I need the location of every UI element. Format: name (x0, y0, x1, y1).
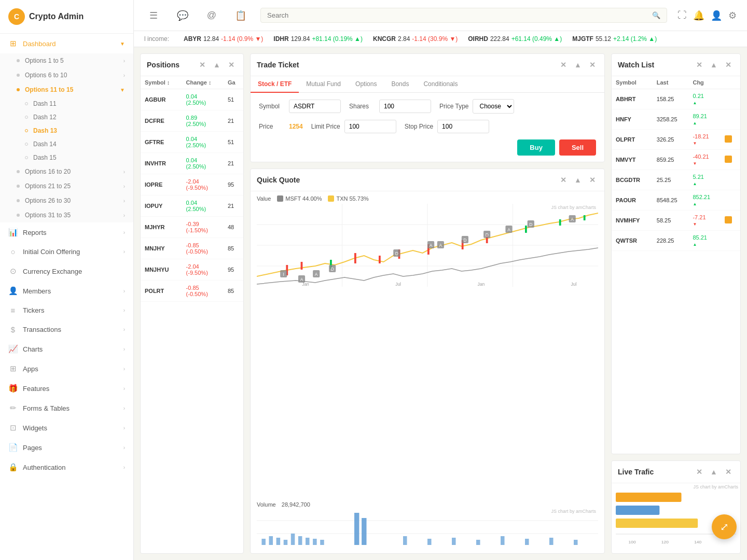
sidebar-sub-options-26-30[interactable]: Options 26 to 30 › (0, 193, 133, 208)
buy-button[interactable]: Buy (517, 139, 555, 156)
tab-bonds[interactable]: Bonds (384, 76, 416, 93)
svg-rect-64 (476, 540, 480, 545)
positions-up-icon[interactable]: ▲ (211, 59, 223, 71)
sidebar-item-members[interactable]: 👤 Members › (0, 281, 133, 301)
sidebar-item-pages[interactable]: 📄 Pages › (0, 438, 133, 457)
svg-rect-1 (328, 195, 334, 202)
sidebar-sub-options-6-10[interactable]: Options 6 to 10 › (0, 68, 133, 82)
sidebar-item-reports[interactable]: 📊 Reports › (0, 222, 133, 242)
tab-options[interactable]: Options (348, 76, 384, 93)
quote-collapse-icon[interactable]: ✕ (587, 174, 598, 186)
live-traffic-title: Live Trafic (618, 468, 694, 476)
lt-up-icon[interactable]: ▲ (708, 466, 720, 478)
svg-rect-9 (301, 262, 303, 270)
wl-chg: 0.21▲ (688, 89, 721, 109)
sidebar-item-charts[interactable]: 📈 Charts › (0, 339, 133, 359)
sidebar-item-dashboard[interactable]: ⊞ Dashboard ▼ (0, 34, 133, 53)
search-bar[interactable]: 🔍 (260, 8, 667, 23)
quote-close-icon[interactable]: ✕ (558, 174, 569, 186)
sidebar-item-features[interactable]: 🎁 Features › (0, 379, 133, 398)
symbol-input[interactable] (289, 100, 341, 113)
sidebar-sub-dash13[interactable]: Dash 13 (0, 124, 133, 137)
svg-rect-54 (291, 534, 295, 545)
volume-value: 28,942,700 (282, 501, 310, 508)
transactions-icon: $ (8, 325, 18, 334)
sidebar-item-tickers[interactable]: ≡ Tickers › (0, 301, 133, 320)
sidebar-sub-options-31-35[interactable]: Options 31 to 35 › (0, 208, 133, 222)
col-ga: Ga (224, 76, 243, 89)
quote-up-icon[interactable]: ▲ (572, 174, 584, 186)
list-item: PAOUR 8548.25 852.21▲ (612, 190, 740, 211)
trade-collapse-icon[interactable]: ✕ (587, 59, 598, 71)
sidebar-sub-options-16-20[interactable]: Options 16 to 20 › (0, 164, 133, 179)
sell-button[interactable]: Sell (559, 139, 596, 156)
positions-panel: Positions ✕ ▲ ✕ Symbol ↕ Change ↕ Ga (140, 53, 244, 554)
positions-close-icon[interactable]: ✕ (197, 59, 208, 71)
sidebar-sub-options-1-5[interactable]: Options 1 to 5 › (0, 53, 133, 68)
sidebar-sub-options-21-25[interactable]: Options 21 to 25 › (0, 179, 133, 193)
lt-close-icon[interactable]: ✕ (694, 466, 705, 478)
svg-text:A: A (315, 272, 318, 277)
at-button[interactable]: @ (202, 6, 221, 25)
ticker-label: l income: (144, 35, 169, 43)
wl-chg: 85.21▲ (688, 231, 721, 251)
col-change: Change ↕ (182, 76, 224, 89)
chat-button[interactable]: 💬 (173, 6, 192, 25)
wl-symbol: OLPRT (612, 130, 653, 150)
wl-chg: 852.21▲ (688, 190, 721, 211)
sidebar-item-apps[interactable]: ⊞ Apps › (0, 359, 133, 379)
wl-up-icon[interactable]: ▲ (708, 59, 720, 71)
fab-button[interactable]: ⤢ (712, 514, 737, 539)
wl-action (721, 150, 740, 170)
sidebar-item-forms[interactable]: ✏ Forms & Tables › (0, 398, 133, 418)
sidebar-sub-dash11[interactable]: Dash 11 (0, 97, 133, 110)
sidebar-sub-dash12[interactable]: Dash 12 (0, 110, 133, 124)
sidebar-sub-options-11-15[interactable]: Options 11 to 15 ▼ (0, 82, 133, 97)
sidebar-item-widgets[interactable]: ⊡ Widgets › (0, 418, 133, 438)
sidebar-sub-dash15[interactable]: Dash 15 (0, 151, 133, 164)
positions-collapse-icon[interactable]: ✕ (226, 59, 237, 71)
sidebar-sub-dash14[interactable]: Dash 14 (0, 137, 133, 151)
header-right-icons: ⛶ 🔔 👤 ⚙ (677, 10, 737, 21)
limit-price-input[interactable] (344, 120, 396, 133)
pos-ga: 95 (224, 259, 243, 281)
menu-button[interactable]: ☰ (144, 6, 163, 25)
sidebar-item-transactions[interactable]: $ Transactions › (0, 320, 133, 339)
user-icon[interactable]: 👤 (711, 10, 722, 21)
positions-header: Positions ✕ ▲ ✕ (141, 54, 243, 76)
svg-rect-63 (452, 538, 456, 545)
sidebar-item-ico[interactable]: ○ Initial Coin Offering › (0, 242, 133, 261)
wl-chg: -40.21▼ (688, 150, 721, 170)
notifications-icon[interactable]: 🔔 (693, 10, 704, 21)
sidebar-item-auth[interactable]: 🔒 Authentication › (0, 457, 133, 477)
wl-collapse-icon[interactable]: ✕ (723, 59, 734, 71)
search-input[interactable] (267, 11, 648, 19)
volume-chart: JS chart by amCharts (257, 508, 598, 549)
clipboard-button[interactable]: 📋 (231, 6, 250, 25)
symbol-field: Symbol (259, 100, 341, 113)
lt-collapse-icon[interactable]: ✕ (723, 466, 734, 478)
wl-close-icon[interactable]: ✕ (694, 59, 705, 71)
tab-stock-etf[interactable]: Stock / ETF (251, 76, 299, 93)
svg-rect-67 (549, 538, 554, 545)
trade-close-icon[interactable]: ✕ (558, 59, 569, 71)
watchlist-panel: Watch List ✕ ▲ ✕ Symbol Last Chg (611, 53, 741, 454)
wl-action (721, 170, 740, 190)
stop-price-input[interactable] (437, 120, 489, 133)
price-chart-svg: I A A D D A A (257, 204, 598, 287)
price-type-select[interactable]: Choose Market Limit Stop (473, 99, 514, 114)
wl-last: 8548.25 (653, 190, 689, 211)
shares-input[interactable] (379, 100, 431, 113)
sidebar-item-currency[interactable]: ⊙ Currency Exchange (0, 261, 133, 281)
forms-icon: ✏ (8, 403, 18, 413)
tab-mutual-fund[interactable]: Mutual Fund (299, 76, 348, 93)
trade-ticket-panel: Trade Ticket ✕ ▲ ✕ Stock / ETF Mutual Fu… (250, 53, 605, 162)
svg-rect-56 (306, 538, 310, 545)
trade-up-icon[interactable]: ▲ (572, 59, 584, 71)
pos-change: 0.04(2.50%) (182, 132, 224, 153)
chart-attribution: JS chart by amCharts (551, 205, 596, 210)
symbol-label: Symbol (259, 103, 285, 110)
settings-icon[interactable]: ⚙ (728, 10, 737, 21)
tab-conditionals[interactable]: Conditionals (416, 76, 465, 93)
fullscreen-icon[interactable]: ⛶ (677, 10, 687, 21)
